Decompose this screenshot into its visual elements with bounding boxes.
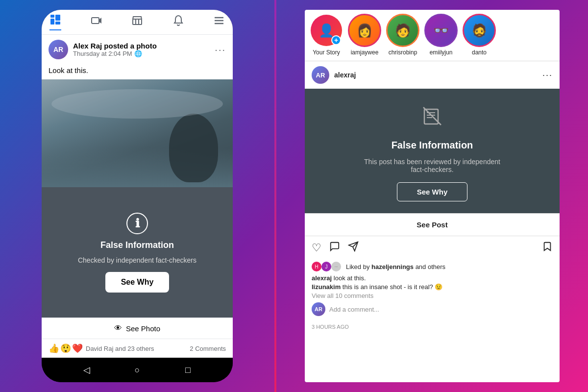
insta-post-more[interactable]: ··· bbox=[542, 70, 553, 80]
your-story-label: Your Story bbox=[313, 49, 340, 56]
comments-count: 2 Comments bbox=[190, 345, 226, 352]
recents-button[interactable]: □ bbox=[180, 363, 195, 377]
story-username-chrisrobinp: chrisrobinp bbox=[389, 49, 417, 56]
post-author: Alex Raj posted a photo bbox=[73, 42, 210, 50]
story-item-iamjaywee[interactable]: 👩 iamjaywee bbox=[349, 15, 380, 56]
liked-avatars-row: H J ··· Liked by hazeljennings and other… bbox=[312, 262, 553, 271]
false-info-title: False Information bbox=[100, 240, 174, 250]
post-more-button[interactable]: ··· bbox=[215, 44, 226, 55]
facebook-post-card: AR Alex Raj posted a photo Thursday at 2… bbox=[42, 35, 233, 358]
post-header: AR Alex Raj posted a photo Thursday at 2… bbox=[42, 35, 233, 64]
insta-false-info-subtitle: This post has been reviewed by independe… bbox=[364, 158, 501, 173]
svg-rect-3 bbox=[55, 22, 60, 24]
nav-notifications-icon[interactable] bbox=[172, 15, 184, 29]
nav-menu-icon[interactable] bbox=[213, 15, 225, 29]
nav-home-icon[interactable] bbox=[49, 14, 61, 30]
phone-frame-left: AR Alex Raj posted a photo Thursday at 2… bbox=[42, 10, 233, 382]
story-item-your-story[interactable]: 👤 + Your Story bbox=[311, 15, 342, 56]
svg-rect-6 bbox=[133, 19, 142, 24]
post-timestamp: 3 HOURS AGO bbox=[305, 324, 560, 330]
story-username-iamjaywee: iamjaywee bbox=[351, 49, 379, 56]
liked-avatar-1: H bbox=[312, 262, 321, 271]
facebook-nav-bar bbox=[42, 10, 233, 35]
insta-fact-check-panel: False Information This post has been rev… bbox=[305, 89, 560, 213]
post-image bbox=[42, 79, 233, 187]
story-wrapper-emiilyjun: 👓 bbox=[425, 15, 457, 46]
false-info-subtitle: Checked by independent fact-checkers bbox=[78, 256, 196, 264]
add-comment-row: AR Add a comment... bbox=[312, 302, 553, 316]
svg-rect-2 bbox=[55, 15, 60, 21]
fact-check-overlay: ℹ False Information Checked by independe… bbox=[42, 79, 233, 318]
avatar: AR bbox=[49, 40, 68, 59]
post-time: Thursday at 2:04 PM 🌐 bbox=[73, 50, 210, 57]
right-instagram-container: 👤 + Your Story 👩 iamjaywee 🧑 chr bbox=[276, 0, 588, 392]
bookmark-button[interactable] bbox=[542, 241, 553, 255]
stories-row: 👤 + Your Story 👩 iamjaywee 🧑 chr bbox=[305, 10, 560, 61]
insta-post-avatar: AR bbox=[312, 66, 329, 84]
story-item-danto[interactable]: 🧔 danto bbox=[464, 15, 495, 56]
back-button[interactable]: ◁ bbox=[79, 363, 94, 377]
home-button[interactable]: ○ bbox=[130, 363, 145, 377]
phone-screen-left: AR Alex Raj posted a photo Thursday at 2… bbox=[42, 10, 233, 358]
story-item-emiilyjun[interactable]: 👓 emiilyjun bbox=[425, 15, 457, 56]
story-username-danto: danto bbox=[472, 49, 487, 56]
svg-rect-0 bbox=[50, 15, 54, 18]
story-wrapper-danto: 🧔 bbox=[464, 15, 495, 46]
your-story-avatar-wrapper: 👤 + bbox=[311, 15, 342, 46]
see-why-button[interactable]: See Why bbox=[105, 272, 170, 293]
insta-post-username: alexraj bbox=[334, 71, 538, 79]
svg-rect-10 bbox=[424, 109, 438, 124]
see-photo-row[interactable]: 👁 See Photo bbox=[42, 318, 233, 339]
eye-icon: 👁 bbox=[114, 324, 122, 333]
nav-marketplace-icon[interactable] bbox=[131, 15, 143, 29]
share-button[interactable] bbox=[348, 241, 359, 255]
instagram-screen: 👤 + Your Story 👩 iamjaywee 🧑 chr bbox=[305, 10, 560, 382]
comment-avatar: AR bbox=[312, 302, 325, 316]
fact-check-panel: ℹ False Information Checked by independe… bbox=[42, 187, 233, 318]
insta-actions-row: ♡ bbox=[305, 236, 560, 260]
insta-see-post-button[interactable]: See Post bbox=[305, 213, 560, 236]
story-item-chrisrobinp[interactable]: 🧑 chrisrobinp bbox=[387, 15, 418, 56]
story-wrapper-chrisrobinp: 🧑 bbox=[387, 15, 418, 46]
reaction-text: David Raj and 23 others bbox=[86, 345, 154, 352]
like-button[interactable]: ♡ bbox=[312, 242, 321, 254]
comment-line: lizunakim this is an insane shot - is it… bbox=[312, 283, 553, 291]
info-icon: ℹ bbox=[126, 213, 148, 234]
add-comment-placeholder[interactable]: Add a comment... bbox=[329, 306, 379, 313]
comment-button[interactable] bbox=[329, 241, 340, 255]
liked-text: Liked by hazeljennings and others bbox=[346, 263, 445, 270]
view-comments[interactable]: View all 10 comments bbox=[312, 292, 553, 299]
no-doc-icon bbox=[420, 104, 444, 133]
phone-bottom-bar: ◁ ○ □ bbox=[42, 358, 233, 382]
post-text: Look at this. bbox=[42, 64, 233, 79]
post-caption: alexraj look at this. bbox=[312, 274, 553, 282]
story-username-emiilyjun: emiilyjun bbox=[430, 49, 453, 56]
post-meta: Alex Raj posted a photo Thursday at 2:04… bbox=[73, 42, 210, 57]
nav-video-icon[interactable] bbox=[91, 15, 102, 29]
story-add-button[interactable]: + bbox=[331, 35, 341, 45]
reaction-icons: 👍 😲 ❤️ bbox=[49, 343, 83, 354]
insta-post-header: AR alexraj ··· bbox=[305, 61, 560, 89]
story-wrapper-iamjaywee: 👩 bbox=[349, 15, 380, 46]
insta-false-info-title: False Information bbox=[392, 140, 473, 151]
liked-avatar-3: ··· bbox=[331, 262, 341, 271]
reactions-row: 👍 😲 ❤️ David Raj and 23 others 2 Comment… bbox=[42, 339, 233, 358]
left-phone-container: AR Alex Raj posted a photo Thursday at 2… bbox=[0, 0, 274, 392]
svg-rect-1 bbox=[50, 19, 54, 24]
liked-avatar-2: J bbox=[321, 262, 331, 271]
see-photo-label: See Photo bbox=[126, 324, 160, 333]
insta-caption-area: H J ··· Liked by hazeljennings and other… bbox=[305, 260, 560, 321]
svg-rect-4 bbox=[92, 18, 99, 24]
insta-see-why-button[interactable]: See Why bbox=[397, 182, 468, 201]
